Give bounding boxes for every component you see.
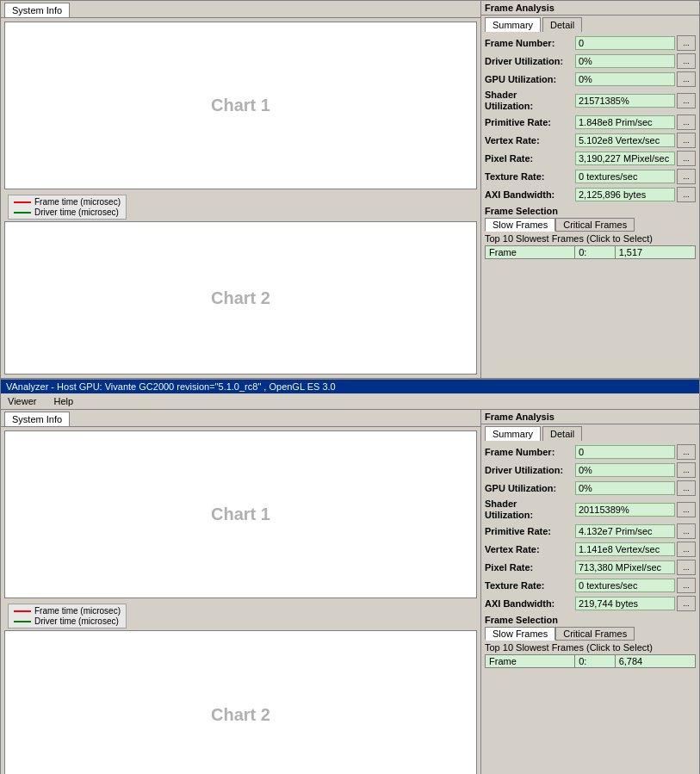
bottom-legend-item-0: Frame time (microsec) xyxy=(14,606,121,616)
top-slowest-label: Top 10 Slowest Frames (Click to Select) xyxy=(485,233,696,244)
table-row[interactable]: Frame 0: 6,784 xyxy=(486,655,696,668)
bottom-slow-frames-tab[interactable]: Slow Frames xyxy=(485,627,555,641)
bottom-frame-value: 6,784 xyxy=(615,655,695,668)
bot-field-driver-util: Driver Utilization: 0% ... xyxy=(485,462,696,478)
top-field-driver-util: Driver Utilization: 0% ... xyxy=(485,53,696,69)
bot-field-frame-number: Frame Number: 0 ... xyxy=(485,444,696,460)
bottom-chart2: Chart 2 xyxy=(4,630,477,774)
top-label-vertex-rate: Vertex Rate: xyxy=(485,135,575,146)
bot-btn-pixel-rate[interactable]: ... xyxy=(677,560,696,575)
bottom-frame-col: Frame xyxy=(486,655,575,668)
bot-label-texture-rate: Texture Rate: xyxy=(485,580,575,591)
top-label-axi-bw: AXI Bandwidth: xyxy=(485,189,575,200)
top-btn-gpu-util[interactable]: ... xyxy=(677,71,696,87)
bottom-frame-analysis-header: Frame Analysis xyxy=(481,410,699,424)
top-btn-frame-number[interactable]: ... xyxy=(677,35,696,51)
top-detail-tab[interactable]: Detail xyxy=(542,17,582,32)
top-legend-line-green xyxy=(14,212,31,214)
top-btn-vertex-rate[interactable]: ... xyxy=(677,133,696,148)
bot-btn-texture-rate[interactable]: ... xyxy=(677,578,696,593)
top-fa-tabs: Summary Detail xyxy=(481,15,699,32)
bot-field-shader-util: ShaderUtilization: 20115389% ... xyxy=(485,498,696,521)
top-label-prim-rate: Primitive Rate: xyxy=(485,117,575,127)
top-btn-prim-rate[interactable]: ... xyxy=(677,115,696,130)
app-window: System Info Chart 1 Frame time (microsec… xyxy=(0,0,700,774)
bottom-tab-bar: System Info xyxy=(1,410,480,427)
top-sub-tabs: Slow Frames Critical Frames xyxy=(485,218,696,232)
top-right-panel: Frame Analysis Summary Detail Frame Numb… xyxy=(481,1,699,378)
bot-value-frame-number: 0 xyxy=(575,445,675,459)
bot-value-texture-rate: 0 textures/sec xyxy=(575,579,675,592)
top-field-axi-bw: AXI Bandwidth: 2,125,896 bytes ... xyxy=(485,187,696,202)
top-btn-shader-util[interactable]: ... xyxy=(677,93,696,108)
top-legend-label-0: Frame time (microsec) xyxy=(34,197,121,207)
system-info-tab-bottom[interactable]: System Info xyxy=(4,412,70,426)
bottom-legend-line-green xyxy=(14,621,31,622)
bottom-chart-area: Chart 1 Frame time (microsec) Driver tim… xyxy=(1,427,480,774)
bot-field-vertex-rate: Vertex Rate: 1.141e8 Vertex/sec ... xyxy=(485,542,696,557)
top-value-axi-bw: 2,125,896 bytes xyxy=(575,188,675,201)
top-critical-frames-tab[interactable]: Critical Frames xyxy=(555,218,635,232)
top-frame-index: 0: xyxy=(575,246,615,259)
bot-value-axi-bw: 219,744 bytes xyxy=(575,597,675,610)
bottom-chart1: Chart 1 xyxy=(4,430,477,598)
top-frame-selection: Frame Selection Slow Frames Critical Fra… xyxy=(485,206,696,259)
bottom-legend-item-1: Driver time (microsec) xyxy=(14,616,121,626)
bottom-sub-tabs: Slow Frames Critical Frames xyxy=(485,627,696,641)
bot-value-pixel-rate: 713,380 MPixel/sec xyxy=(575,560,675,574)
bot-btn-vertex-rate[interactable]: ... xyxy=(677,542,696,557)
top-slow-frames-tab[interactable]: Slow Frames xyxy=(485,218,555,232)
top-value-vertex-rate: 5.102e8 Vertex/sec xyxy=(575,133,675,147)
top-frame-table: Frame 0: 1,517 xyxy=(485,245,696,259)
bottom-slowest-label: Top 10 Slowest Frames (Click to Select) xyxy=(485,642,696,653)
bot-value-prim-rate: 4.132e7 Prim/sec xyxy=(575,524,675,538)
top-label-driver-util: Driver Utilization: xyxy=(485,56,575,66)
bot-value-driver-util: 0% xyxy=(575,463,675,477)
top-panel-content: Frame Number: 0 ... Driver Utilization: … xyxy=(481,32,699,378)
bot-btn-driver-util[interactable]: ... xyxy=(677,462,696,478)
bot-btn-gpu-util[interactable]: ... xyxy=(677,480,696,496)
top-chart2: Chart 2 xyxy=(4,221,477,375)
top-field-frame-number: Frame Number: 0 ... xyxy=(485,35,696,51)
top-field-pixel-rate: Pixel Rate: 3,190,227 MPixel/sec ... xyxy=(485,151,696,166)
bot-btn-frame-number[interactable]: ... xyxy=(677,444,696,460)
top-field-vertex-rate: Vertex Rate: 5.102e8 Vertex/sec ... xyxy=(485,133,696,148)
bottom-section: System Info Chart 1 Frame time (microsec… xyxy=(1,410,699,774)
top-section: System Info Chart 1 Frame time (microsec… xyxy=(1,1,699,380)
app-title-bar: VAnalyzer - Host GPU: Vivante GC2000 rev… xyxy=(1,380,699,393)
bot-field-texture-rate: Texture Rate: 0 textures/sec ... xyxy=(485,578,696,593)
bot-label-driver-util: Driver Utilization: xyxy=(485,465,575,475)
top-field-gpu-util: GPU Utilization: 0% ... xyxy=(485,71,696,87)
top-btn-texture-rate[interactable]: ... xyxy=(677,169,696,184)
bot-label-vertex-rate: Vertex Rate: xyxy=(485,544,575,554)
bot-btn-prim-rate[interactable]: ... xyxy=(677,523,696,539)
top-btn-driver-util[interactable]: ... xyxy=(677,53,696,69)
top-chart1: Chart 1 xyxy=(4,22,477,189)
top-label-frame-number: Frame Number: xyxy=(485,38,575,48)
bottom-critical-frames-tab[interactable]: Critical Frames xyxy=(555,627,635,641)
top-field-shader-util: ShaderUtilization: 21571385% ... xyxy=(485,90,696,112)
menu-viewer[interactable]: Viewer xyxy=(4,395,40,407)
top-chart2-label: Chart 2 xyxy=(211,288,270,308)
top-label-shader-util: ShaderUtilization: xyxy=(485,90,575,112)
bot-label-gpu-util: GPU Utilization: xyxy=(485,483,575,493)
top-btn-axi-bw[interactable]: ... xyxy=(677,187,696,202)
top-value-gpu-util: 0% xyxy=(575,72,675,86)
bottom-panel-content: Frame Number: 0 ... Driver Utilization: … xyxy=(481,441,699,774)
bot-btn-axi-bw[interactable]: ... xyxy=(677,596,696,611)
bottom-detail-tab[interactable]: Detail xyxy=(542,426,582,441)
top-value-shader-util: 21571385% xyxy=(575,94,675,108)
bot-label-frame-number: Frame Number: xyxy=(485,447,575,457)
system-info-tab-top[interactable]: System Info xyxy=(4,3,70,17)
top-legend: Frame time (microsec) Driver time (micro… xyxy=(8,195,127,220)
top-value-pixel-rate: 3,190,227 MPixel/sec xyxy=(575,152,675,165)
bot-btn-shader-util[interactable]: ... xyxy=(677,502,696,517)
table-row[interactable]: Frame 0: 1,517 xyxy=(486,246,696,259)
menu-help[interactable]: Help xyxy=(50,395,77,407)
top-btn-pixel-rate[interactable]: ... xyxy=(677,151,696,166)
top-field-texture-rate: Texture Rate: 0 textures/sec ... xyxy=(485,169,696,184)
bottom-summary-tab[interactable]: Summary xyxy=(485,426,541,441)
top-summary-tab[interactable]: Summary xyxy=(485,17,541,32)
top-chart1-label: Chart 1 xyxy=(211,96,270,115)
top-value-frame-number: 0 xyxy=(575,36,675,50)
